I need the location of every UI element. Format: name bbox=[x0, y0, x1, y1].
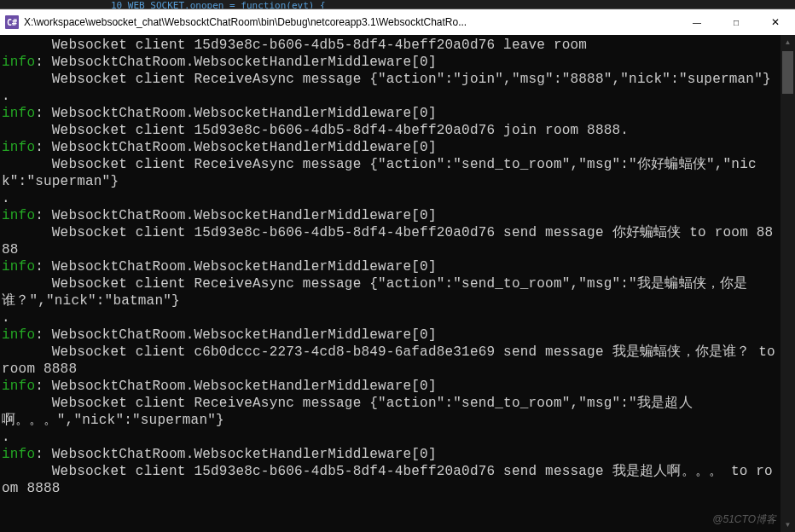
log-level-info: info bbox=[2, 327, 35, 343]
scroll-up-icon[interactable]: ▲ bbox=[780, 35, 795, 49]
log-dot: . bbox=[2, 89, 10, 104]
console-window: C# X:\workspace\websocket_chat\WebsocktC… bbox=[0, 9, 795, 532]
log-source: : WebsocktChatRoom.WebsocketHandlerMiddl… bbox=[35, 259, 436, 275]
log-dot: . bbox=[2, 310, 10, 326]
log-line: Websocket client 15d93e8c-b606-4db5-8df4… bbox=[2, 123, 629, 138]
log-level-info: info bbox=[2, 447, 35, 462]
log-source: : WebsocktChatRoom.WebsocketHandlerMiddl… bbox=[35, 379, 436, 394]
log-dot: . bbox=[2, 191, 10, 206]
app-icon-text: C# bbox=[7, 18, 17, 27]
log-line: Websocket client ReceiveAsync message {"… bbox=[2, 157, 757, 189]
log-level-info: info bbox=[2, 140, 35, 155]
log-level-info: info bbox=[2, 208, 35, 223]
log-source: : WebsocktChatRoom.WebsocketHandlerMiddl… bbox=[35, 55, 436, 70]
window-controls: — □ ✕ bbox=[677, 9, 795, 35]
log-line: Websocket client 15d93e8c-b606-4db5-8df4… bbox=[2, 464, 773, 496]
log-line: Websocket client ReceiveAsync message {"… bbox=[2, 396, 693, 428]
log-level-info: info bbox=[2, 106, 35, 121]
log-level-info: info bbox=[2, 259, 35, 275]
log-line: Websocket client ReceiveAsync message {"… bbox=[2, 276, 748, 309]
editor-code-behind: 10 WEB_SOCKET.onopen = function(evt) { bbox=[0, 0, 795, 9]
log-line: Websocket client c6b0dccc-2273-4cd8-b849… bbox=[2, 344, 780, 377]
log-line: Websocket client 15d93e8c-b606-4db5-8df4… bbox=[2, 38, 587, 53]
minimize-button[interactable]: — bbox=[677, 9, 717, 35]
scroll-thumb[interactable] bbox=[782, 51, 793, 94]
log-line: Websocket client 15d93e8c-b606-4db5-8df4… bbox=[2, 225, 773, 257]
log-dot: . bbox=[2, 430, 10, 445]
log-level-info: info bbox=[2, 379, 35, 394]
log-source: : WebsocktChatRoom.WebsocketHandlerMiddl… bbox=[35, 327, 436, 343]
log-source: : WebsocktChatRoom.WebsocketHandlerMiddl… bbox=[35, 447, 436, 462]
titlebar: C# X:\workspace\websocket_chat\WebsocktC… bbox=[0, 9, 795, 35]
close-button[interactable]: ✕ bbox=[756, 9, 795, 35]
scroll-down-icon[interactable]: ▼ bbox=[780, 518, 795, 532]
log-source: : WebsocktChatRoom.WebsocketHandlerMiddl… bbox=[35, 208, 436, 223]
log-source: : WebsocktChatRoom.WebsocketHandlerMiddl… bbox=[35, 106, 436, 121]
log-source: : WebsocktChatRoom.WebsocketHandlerMiddl… bbox=[35, 140, 436, 155]
log-line: Websocket client ReceiveAsync message {"… bbox=[2, 72, 771, 87]
app-icon: C# bbox=[5, 15, 19, 29]
console-output[interactable]: Websocket client 15d93e8c-b606-4db5-8df4… bbox=[0, 35, 780, 532]
vertical-scrollbar[interactable]: ▲ ▼ bbox=[780, 35, 795, 532]
console-area: Websocket client 15d93e8c-b606-4db5-8df4… bbox=[0, 35, 795, 532]
log-level-info: info bbox=[2, 55, 35, 70]
maximize-button[interactable]: □ bbox=[717, 9, 756, 35]
window-title: X:\workspace\websocket_chat\WebsocktChat… bbox=[24, 16, 677, 28]
watermark: @51CTO博客 bbox=[712, 512, 776, 527]
